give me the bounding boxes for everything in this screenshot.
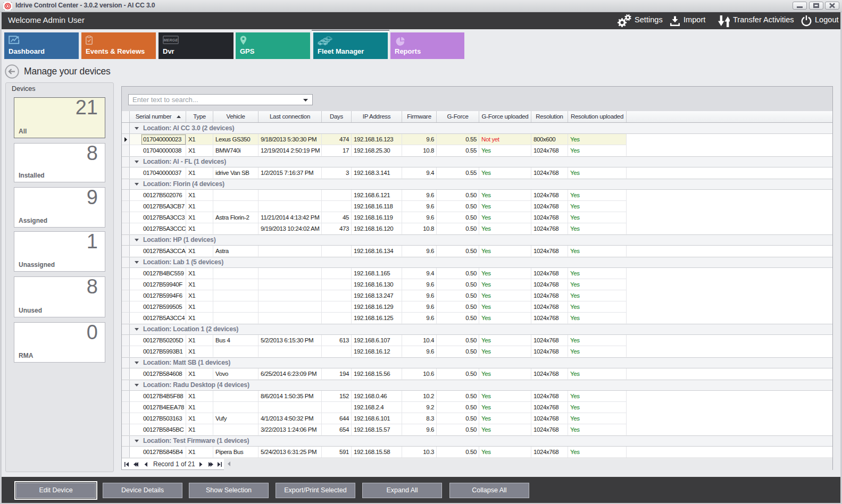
svg-text:MERGE: MERGE xyxy=(163,38,178,42)
